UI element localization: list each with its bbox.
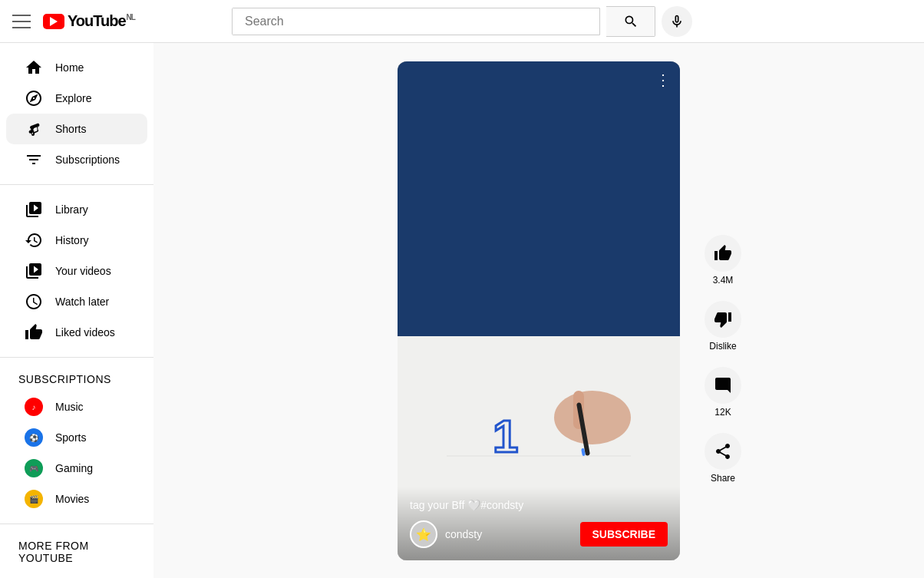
explore-label: Explore (55, 92, 91, 104)
short-channel: ⭐ condsty SUBSCRIBE (410, 520, 668, 548)
search-bar (232, 8, 600, 35)
mic-button[interactable] (662, 6, 692, 37)
sub-item-gaming[interactable]: 🎮 Gaming (6, 453, 147, 484)
sidebar-item-liked-videos[interactable]: Liked videos (6, 317, 147, 348)
watch-later-label: Watch later (55, 296, 109, 308)
history-label: History (55, 234, 89, 246)
share-label: Share (711, 473, 735, 484)
more-options-button[interactable]: ⋮ (655, 71, 671, 89)
sidebar-item-your-videos[interactable]: Your videos (6, 256, 147, 286)
mic-icon (669, 14, 685, 29)
share-icon (705, 433, 741, 470)
shorts-label: Shorts (55, 123, 86, 135)
sub-item-music[interactable]: ♪ Music (6, 391, 147, 422)
divider-2 (0, 357, 153, 358)
dislike-label: Dislike (709, 341, 736, 352)
comment-icon (705, 367, 741, 404)
library-label: Library (55, 203, 88, 216)
short-actions: 3.4M Dislike 12K (705, 235, 741, 484)
your-videos-label: Your videos (55, 265, 111, 277)
header-center (166, 6, 758, 37)
subscribe-button[interactable]: SUBSCRIBE (580, 522, 668, 547)
explore-icon (25, 89, 43, 107)
like-count: 3.4M (713, 275, 734, 286)
video-bg-top (398, 61, 680, 336)
divider-3 (0, 524, 153, 524)
shorts-icon (25, 120, 43, 138)
search-button[interactable] (606, 6, 655, 37)
header-left: YouTubeNL (12, 12, 166, 31)
sidebar-item-shorts[interactable]: Shorts (6, 114, 147, 144)
header: YouTubeNL (0, 0, 924, 43)
svg-point-2 (554, 391, 631, 444)
sidebar: Home Explore Shorts Subscriptions Librar… (0, 43, 153, 578)
liked-videos-label: Liked videos (55, 326, 115, 339)
music-label: Music (55, 401, 84, 413)
sub-item-movies[interactable]: 🎬 Movies (6, 484, 147, 514)
sub-item-sports[interactable]: ⚽ Sports (6, 422, 147, 453)
sidebar-item-explore[interactable]: Explore (6, 83, 147, 114)
share-button[interactable]: Share (705, 433, 741, 484)
comment-count: 12K (714, 407, 731, 418)
dislike-icon (705, 301, 741, 338)
yt-icon (43, 14, 64, 29)
shorts-container: 1 tag your Bff 🤍#condsty (193, 61, 884, 560)
search-icon (623, 14, 639, 29)
main-content: 1 tag your Bff 🤍#condsty (153, 43, 924, 578)
hamburger-menu[interactable] (12, 12, 31, 31)
sidebar-item-yt-premium[interactable]: YouTube Premium (6, 570, 147, 578)
sports-label: Sports (55, 431, 86, 444)
your-videos-icon (25, 262, 43, 280)
history-icon (25, 231, 43, 249)
sidebar-item-watch-later[interactable]: Watch later (6, 286, 147, 317)
movies-avatar: 🎬 (25, 490, 43, 508)
music-avatar: ♪ (25, 398, 43, 416)
subscriptions-icon (25, 150, 43, 169)
divider-1 (0, 184, 153, 185)
gaming-label: Gaming (55, 462, 93, 474)
comment-button[interactable]: 12K (705, 367, 741, 418)
subscriptions-label: Subscriptions (55, 154, 120, 166)
logo-text: YouTubeNL (68, 12, 135, 30)
liked-videos-icon (25, 323, 43, 342)
subscriptions-title: SUBSCRIPTIONS (0, 367, 153, 391)
short-overlay: tag your Bff 🤍#condsty ⭐ condsty SUBSCRI… (398, 487, 680, 560)
more-title: MORE FROM YOUTUBE (0, 533, 153, 570)
short-caption: tag your Bff 🤍#condsty (410, 499, 668, 511)
sidebar-item-history[interactable]: History (6, 225, 147, 256)
dislike-button[interactable]: Dislike (705, 301, 741, 352)
sidebar-item-library[interactable]: Library (6, 194, 147, 225)
like-button[interactable]: 3.4M (705, 235, 741, 286)
short-player[interactable]: 1 tag your Bff 🤍#condsty (398, 61, 680, 560)
sidebar-item-subscriptions[interactable]: Subscriptions (6, 144, 147, 175)
watch-later-icon (25, 292, 43, 311)
home-icon (25, 58, 43, 77)
channel-avatar: ⭐ (410, 520, 437, 548)
library-icon (25, 200, 43, 219)
svg-text:1: 1 (493, 411, 518, 462)
short-video: 1 tag your Bff 🤍#condsty (398, 61, 680, 560)
sidebar-item-home[interactable]: Home (6, 52, 147, 83)
gaming-avatar: 🎮 (25, 459, 43, 477)
like-icon (705, 235, 741, 272)
sports-avatar: ⚽ (25, 428, 43, 447)
youtube-logo[interactable]: YouTubeNL (43, 12, 135, 30)
movies-label: Movies (55, 493, 89, 505)
search-input[interactable] (233, 8, 599, 35)
channel-name: condsty (445, 528, 482, 540)
home-label: Home (55, 61, 84, 74)
short-wrapper: 1 tag your Bff 🤍#condsty (398, 61, 680, 560)
